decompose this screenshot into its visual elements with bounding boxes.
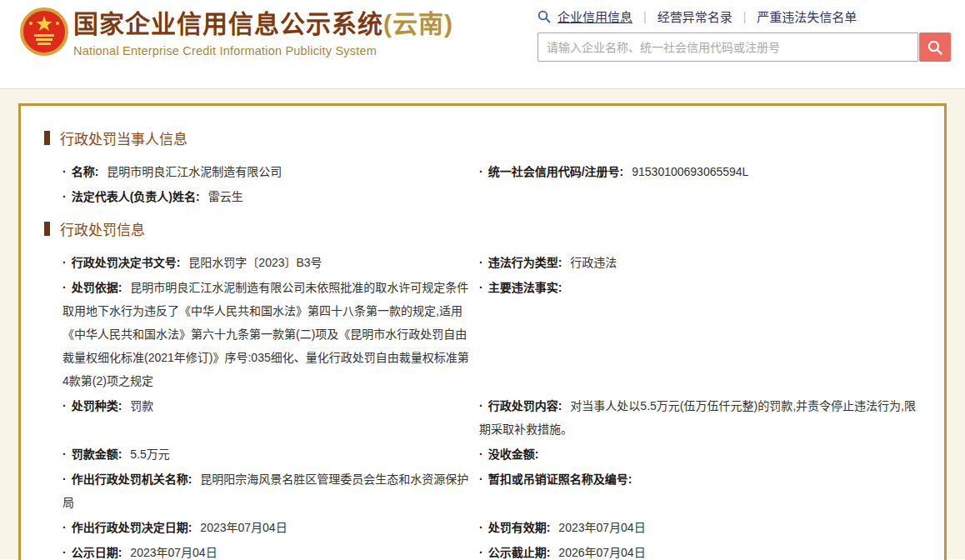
field-value: 2023年07月04日 [130,546,217,559]
penalty-info-fields: ·行政处罚决定书文号:昆阳水罚字〔2023〕B3号 ·违法行为类型:行政违法 ·… [62,251,919,560]
field-penalty-validity-period: ·处罚有效期:2023年07月04日 [479,516,919,539]
field-violation-type: ·违法行为类型:行政违法 [479,251,919,274]
bullet: · [62,165,67,178]
field-value: 2023年07月04日 [558,521,645,534]
nav-enterprise-credit-info[interactable]: 企业信用信息 [558,8,632,25]
field-value: 行政违法 [570,256,617,269]
bullet: · [62,546,67,559]
penalty-detail-panel: 行政处罚当事人信息 ·名称:昆明市明良汇江水泥制造有限公司 ·统一社会信用代码/… [18,103,947,560]
field-label: 法定代表人(负责人)姓名: [72,190,200,203]
field-label: 名称: [72,165,99,178]
bullet: · [62,256,67,269]
section-title-text: 行政处罚信息 [60,218,145,239]
field-label: 作出行政处罚机关名称: [72,472,192,486]
field-value: 罚款 [130,399,153,412]
field-label: 统一社会信用代码/注册号: [488,165,624,178]
bullet: · [479,546,483,559]
bullet: · [62,448,67,461]
field-credit-code: ·统一社会信用代码/注册号:91530100693065594L [479,160,919,183]
bullet: · [479,448,483,461]
search-bar [538,32,951,62]
search-button[interactable] [919,32,951,62]
field-label: 处罚种类: [72,399,122,412]
site-header: 国家企业信用信息公示系统(云南) National Enterprise Cre… [0,0,965,89]
field-label: 行政处罚决定书文号: [72,256,181,269]
bullet: · [62,521,67,534]
title-region-text: (云南) [383,10,453,38]
section-title-penalty-info: 行政处罚信息 [44,218,919,239]
bullet: · [479,256,483,269]
field-label: 主要违法事实: [488,281,562,294]
field-legal-representative: ·法定代表人(负责人)姓名:雷云生 [62,185,471,208]
field-label: 公示截止期: [488,546,551,559]
page-subtitle-en: National Enterprise Credit Information P… [73,44,453,58]
field-label: 作出行政处罚决定日期: [72,521,192,534]
field-label: 罚款金额: [72,448,122,461]
nav-separator: | [643,10,647,23]
bullet: · [479,165,483,178]
title-cn-text: 国家企业信用信息公示系统 [73,10,383,38]
search-type-nav: 企业信用信息 | 经营异常名录 | 严重违法失信名单 [538,8,951,25]
bullet: · [479,521,483,534]
field-penalty-basis: ·处罚依据:昆明市明良汇江水泥制造有限公司未依照批准的取水许可规定条件取用地下水… [62,276,471,392]
search-button-icon [927,39,943,56]
header-right-panel: 企业信用信息 | 经营异常名录 | 严重违法失信名单 [538,8,951,62]
field-name: ·名称:昆明市明良汇江水泥制造有限公司 [62,160,471,183]
bullet: · [62,399,67,412]
field-label: 行政处罚内容: [488,399,562,412]
section-marker [44,131,50,145]
nav-serious-violations-list[interactable]: 严重违法失信名单 [757,8,857,25]
field-label: 处罚有效期: [488,521,551,534]
bullet: · [62,472,67,486]
section-title-text: 行政处罚当事人信息 [60,128,188,148]
field-penalty-authority: ·作出行政处罚机关名称:昆明阳宗海风景名胜区管理委员会生态和水资源保护局 [62,468,471,514]
bullet: · [479,472,483,486]
field-decision-doc-number: ·行政处罚决定书文号:昆阳水罚字〔2023〕B3号 [62,251,471,274]
page-title: 国家企业信用信息公示系统(云南) [73,9,453,39]
field-decision-date: ·作出行政处罚决定日期:2023年07月04日 [62,516,471,539]
bullet: · [62,190,67,203]
field-main-violation-facts: ·主要违法事实: [479,276,919,392]
bullet: · [479,399,483,412]
section-marker [44,222,50,236]
field-publicity-end-date: ·公示截止期:2026年07月04日 [479,541,919,560]
field-value: 昆明市明良汇江水泥制造有限公司未依照批准的取水许可规定条件取用地下水行为违反了《… [62,281,469,388]
field-suspended-license: ·暂扣或吊销证照名称及编号: [479,468,919,514]
field-value: 昆阳水罚字〔2023〕B3号 [188,256,322,269]
field-value: 2023年07月04日 [200,521,287,534]
field-value: 5.5万元 [130,448,169,461]
page-body: 行政处罚当事人信息 ·名称:昆明市明良汇江水泥制造有限公司 ·统一社会信用代码/… [0,89,965,559]
field-label: 没收金额: [488,448,539,461]
field-confiscated-amount: ·没收金额: [479,442,919,466]
field-publicity-date: ·公示日期:2023年07月04日 [62,541,471,560]
field-label: 公示日期: [72,546,122,559]
field-label: 处罚依据: [72,281,122,294]
field-penalty-content: ·行政处罚内容:对当事人处以5.5万元(伍万伍仟元整)的罚款,并责令停止违法行为… [479,394,919,441]
bullet: · [479,281,483,294]
national-emblem-logo [20,7,68,58]
party-info-fields: ·名称:昆明市明良汇江水泥制造有限公司 ·统一社会信用代码/注册号:915301… [62,160,919,208]
field-value: 昆明市明良汇江水泥制造有限公司 [107,165,282,178]
nav-abnormal-operations-list[interactable]: 经营异常名录 [658,8,732,25]
field-label: 暂扣或吊销证照名称及编号: [488,472,632,486]
search-icon [538,10,551,23]
field-value: 雷云生 [208,190,243,203]
bullet: · [62,281,67,294]
field-value: 91530100693065594L [632,165,748,178]
section-title-party-info: 行政处罚当事人信息 [44,128,919,148]
field-label: 违法行为类型: [488,256,562,269]
field-fine-amount: ·罚款金额:5.5万元 [62,442,471,466]
field-value: 2026年07月04日 [558,546,645,559]
field-penalty-category: ·处罚种类:罚款 [62,394,471,441]
search-input[interactable] [538,32,918,62]
site-title-block: 国家企业信用信息公示系统(云南) National Enterprise Cre… [73,9,453,58]
nav-separator: | [743,10,747,23]
